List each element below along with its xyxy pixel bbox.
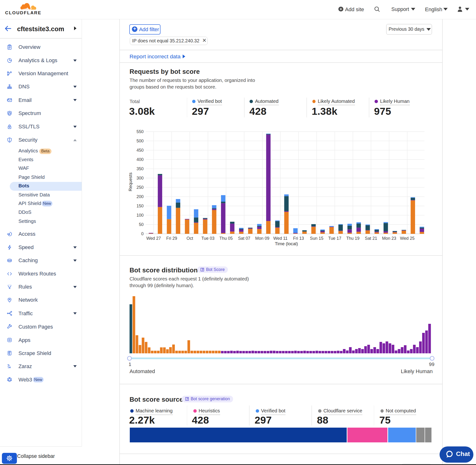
svg-text:Sun 15: Sun 15 — [310, 236, 324, 241]
svg-text:Thu 05: Thu 05 — [220, 236, 233, 241]
svg-text:100: 100 — [137, 213, 144, 218]
svg-text:Thu 19: Thu 19 — [346, 236, 360, 241]
svg-text:Wed 25: Wed 25 — [400, 236, 414, 241]
svg-text:Wed 11: Wed 11 — [273, 236, 288, 241]
svg-text:450: 450 — [137, 148, 144, 153]
svg-text:Tue 17: Tue 17 — [328, 236, 341, 241]
svg-text:Mon 09: Mon 09 — [255, 236, 270, 241]
svg-text:Time (local): Time (local) — [275, 241, 298, 246]
svg-text:300: 300 — [137, 176, 144, 180]
svg-text:Sat 21: Sat 21 — [365, 236, 377, 241]
svg-text:99: 99 — [429, 362, 434, 367]
svg-text:Wed 27: Wed 27 — [146, 236, 161, 241]
svg-text:0: 0 — [141, 232, 144, 236]
svg-text:Fri 13: Fri 13 — [293, 236, 304, 241]
svg-text:550: 550 — [137, 129, 144, 134]
svg-text:Fri 29: Fri 29 — [166, 236, 177, 241]
svg-text:400: 400 — [137, 157, 144, 162]
svg-text:150: 150 — [137, 204, 144, 208]
svg-text:Requests: Requests — [128, 172, 133, 191]
svg-text:Automated: Automated — [129, 368, 155, 374]
svg-text:CLOUDFLARE: CLOUDFLARE — [5, 10, 42, 15]
svg-text:50: 50 — [139, 222, 144, 227]
svg-text:Likely Human: Likely Human — [401, 368, 433, 374]
svg-text:Tue 03: Tue 03 — [201, 236, 214, 241]
svg-text:500: 500 — [137, 138, 144, 143]
svg-text:200: 200 — [137, 194, 144, 199]
svg-text:Sat 07: Sat 07 — [238, 236, 251, 241]
svg-text:Oct: Oct — [186, 236, 193, 241]
svg-text:250: 250 — [137, 185, 144, 190]
svg-text:350: 350 — [137, 166, 144, 171]
svg-text:Mon 23: Mon 23 — [382, 236, 396, 241]
svg-text:1: 1 — [128, 362, 131, 367]
